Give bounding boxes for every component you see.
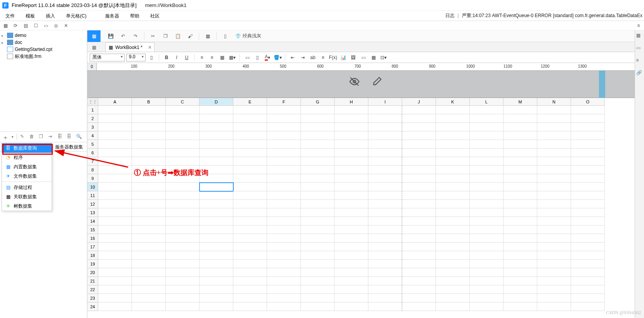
cell[interactable] — [402, 208, 436, 217]
cell[interactable] — [132, 174, 166, 183]
cell[interactable] — [470, 260, 503, 268]
cell[interactable] — [267, 149, 301, 157]
cell[interactable] — [537, 149, 571, 157]
cell[interactable] — [166, 114, 200, 123]
cell[interactable] — [402, 277, 436, 285]
side-tool-1-icon[interactable]: ▦ — [636, 33, 643, 40]
cell[interactable] — [368, 217, 402, 225]
cell[interactable] — [301, 106, 335, 114]
cell[interactable] — [368, 114, 402, 123]
cell[interactable] — [301, 166, 335, 174]
cell[interactable] — [301, 123, 335, 131]
cell[interactable] — [571, 174, 605, 183]
cell[interactable] — [402, 302, 436, 311]
undo-icon[interactable]: ↶ — [119, 32, 127, 40]
cell[interactable] — [470, 183, 503, 191]
db-icon[interactable]: 🗄 — [57, 134, 64, 140]
formula-icon[interactable]: F(x) — [329, 53, 337, 62]
cell[interactable] — [335, 114, 368, 123]
column-header[interactable]: G — [301, 98, 335, 106]
cell[interactable] — [503, 277, 537, 285]
cell[interactable] — [503, 260, 537, 268]
row-header[interactable]: 24 — [87, 302, 98, 311]
cell[interactable] — [571, 217, 605, 225]
column-header[interactable]: L — [470, 98, 503, 106]
cell[interactable] — [200, 174, 233, 183]
cell[interactable] — [301, 217, 335, 225]
cell[interactable] — [166, 225, 200, 234]
tab-grid-icon[interactable]: ▦ — [90, 43, 98, 52]
cell[interactable] — [98, 260, 132, 268]
cell[interactable] — [233, 106, 267, 114]
cell[interactable] — [132, 106, 166, 114]
cell[interactable] — [368, 106, 402, 114]
cell[interactable] — [132, 200, 166, 208]
cell[interactable] — [233, 302, 267, 311]
dataset-tab-server[interactable]: 服务器数据集 — [51, 142, 87, 152]
panel-toggle-icon[interactable]: ▯ — [221, 32, 229, 40]
cell[interactable] — [402, 191, 436, 200]
cell[interactable] — [402, 285, 436, 294]
cell[interactable] — [233, 114, 267, 123]
cell[interactable] — [402, 225, 436, 234]
cell[interactable] — [267, 260, 301, 268]
cell[interactable] — [503, 131, 537, 140]
cell[interactable] — [98, 208, 132, 217]
cell[interactable] — [503, 294, 537, 302]
align-left-icon[interactable]: ≡ — [198, 53, 206, 62]
cell[interactable] — [503, 268, 537, 277]
cell[interactable] — [98, 243, 132, 251]
cell[interactable] — [436, 285, 470, 294]
cell[interactable] — [267, 123, 301, 131]
cell[interactable] — [98, 302, 132, 311]
column-header[interactable]: O — [571, 98, 605, 106]
menu-server[interactable]: 服务器 — [100, 11, 125, 21]
cell[interactable] — [470, 294, 503, 302]
cell[interactable] — [98, 191, 132, 200]
page-break-indicator[interactable] — [599, 71, 605, 98]
column-header[interactable]: D — [200, 98, 233, 106]
copy-icon[interactable]: ❐ — [161, 32, 169, 40]
cell[interactable] — [470, 166, 503, 174]
tree-item[interactable]: GettingStarted.cpt — [0, 46, 87, 53]
cell[interactable] — [436, 123, 470, 131]
cell[interactable] — [335, 234, 368, 243]
cell[interactable] — [436, 302, 470, 311]
cell[interactable] — [470, 285, 503, 294]
eye-off-icon[interactable] — [349, 76, 360, 87]
cell[interactable] — [503, 302, 537, 311]
cell[interactable] — [267, 114, 301, 123]
cell[interactable] — [335, 243, 368, 251]
cell[interactable] — [368, 174, 402, 183]
cell[interactable] — [200, 200, 233, 208]
redo-icon[interactable]: ↷ — [132, 32, 139, 40]
cell[interactable] — [335, 191, 368, 200]
cell[interactable] — [571, 157, 605, 166]
font-family-select[interactable]: 黑体 — [90, 54, 125, 61]
cell[interactable] — [436, 131, 470, 140]
cell[interactable] — [132, 243, 166, 251]
db2-icon[interactable]: 🗄 — [67, 134, 73, 140]
cell[interactable] — [166, 302, 200, 311]
cell[interactable] — [571, 114, 605, 123]
cell[interactable] — [166, 183, 200, 191]
cell[interactable] — [267, 166, 301, 174]
bold-icon[interactable]: B — [162, 53, 171, 62]
cell[interactable] — [200, 183, 233, 191]
cell[interactable] — [436, 294, 470, 302]
cell[interactable] — [571, 243, 605, 251]
cell[interactable] — [166, 174, 200, 183]
row-header[interactable]: 3 — [87, 123, 98, 131]
cell[interactable] — [436, 174, 470, 183]
cell[interactable] — [503, 123, 537, 131]
cell[interactable] — [571, 302, 605, 311]
cell[interactable] — [132, 157, 166, 166]
cell[interactable] — [233, 157, 267, 166]
cell[interactable] — [301, 131, 335, 140]
cell[interactable] — [335, 285, 368, 294]
cell[interactable] — [335, 277, 368, 285]
cell[interactable] — [166, 277, 200, 285]
cell[interactable] — [571, 268, 605, 277]
cell[interactable] — [335, 208, 368, 217]
document-tab[interactable]: ▦ WorkBook1 * ✕ — [105, 42, 154, 52]
